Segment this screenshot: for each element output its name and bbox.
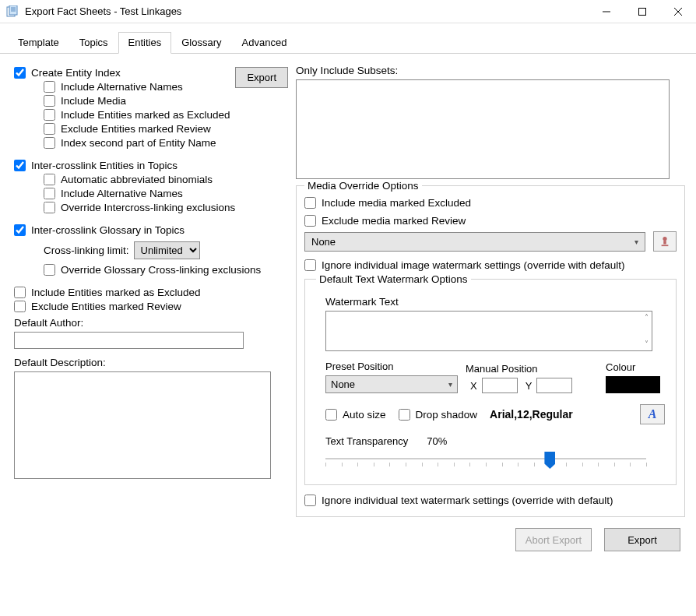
default-author-label: Default Author: (14, 317, 293, 329)
include-alt-names-label: Include Alternative Names (61, 81, 183, 93)
intercross-glossary-label: Inter-crosslink Glossary in Topics (31, 224, 185, 236)
text-watermark-legend: Default Text Watermark Options (316, 273, 471, 285)
ignore-image-watermark-checkbox[interactable] (304, 259, 316, 271)
export-index-button[interactable]: Export (235, 67, 288, 88)
exclude-media-review-checkbox[interactable] (304, 215, 316, 227)
scroll-up-icon[interactable]: ˄ (326, 312, 652, 324)
override-glossary-excl-checkbox[interactable] (44, 264, 55, 276)
colour-swatch[interactable] (606, 376, 660, 393)
drop-shadow-label: Drop shadow (416, 409, 478, 421)
create-entity-index-label: Create Entity Index (31, 67, 121, 79)
preset-position-label: Preset Position (325, 361, 458, 372)
font-spec-label: Arial,12,Regular (490, 408, 573, 421)
auto-abbrev-binomials-label: Automatic abbreviated binomials (61, 174, 213, 185)
include-media-excluded-label: Include media marked Excluded (322, 197, 471, 209)
tab-advanced[interactable]: Advanced (232, 32, 297, 54)
export-button[interactable]: Export (604, 528, 680, 551)
tab-glossary[interactable]: Glossary (171, 32, 231, 54)
auto-size-checkbox[interactable] (325, 409, 337, 421)
svg-point-9 (663, 237, 666, 241)
media-override-group: Media Override Options Include media mar… (296, 185, 685, 517)
include-alt-names-2-checkbox[interactable] (44, 188, 55, 199)
auto-abbrev-binomials-checkbox[interactable] (44, 174, 55, 185)
abort-export-button: Abort Export (515, 528, 592, 551)
watermark-stamp-button[interactable] (653, 231, 677, 252)
exclude-review-entities-2-label: Exclude Entities marked Review (31, 301, 181, 312)
index-second-part-checkbox[interactable] (44, 137, 55, 149)
minimize-button[interactable] (589, 0, 624, 23)
maximize-button[interactable] (624, 0, 660, 23)
manual-position-label: Manual Position (466, 363, 572, 375)
chevron-down-icon: ▾ (634, 238, 638, 246)
include-media-label: Include Media (61, 95, 126, 107)
transparency-value: 70% (427, 435, 447, 447)
drop-shadow-checkbox[interactable] (399, 409, 410, 421)
intercross-entities-label: Inter-crosslink Entities in Topics (31, 160, 178, 171)
chevron-down-icon: ▾ (448, 380, 452, 389)
preset-position-value: None (331, 378, 355, 390)
watermark-text-input[interactable]: ˄ ˅ (325, 311, 652, 351)
exclude-review-entities-label: Exclude Entities marked Review (61, 123, 211, 135)
tab-strip: Template Topics Entities Glossary Advanc… (0, 23, 696, 54)
media-watermark-select-value: None (311, 236, 336, 248)
x-label: X (470, 380, 477, 392)
ignore-text-watermark-label: Ignore individual text watermark setting… (322, 495, 613, 506)
override-glossary-excl-label: Override Glossary Cross-linking exclusio… (61, 264, 261, 276)
media-override-legend: Media Override Options (304, 180, 422, 192)
tab-template[interactable]: Template (8, 32, 69, 54)
font-picker-button[interactable]: A (640, 404, 665, 424)
include-media-checkbox[interactable] (44, 95, 55, 107)
y-label: Y (526, 380, 533, 392)
title-bar: Export Fact Sheets - Test Linkages (0, 0, 696, 23)
intercross-entities-checkbox[interactable] (14, 160, 26, 171)
ignore-text-watermark-checkbox[interactable] (304, 495, 316, 506)
include-alt-names-checkbox[interactable] (44, 81, 55, 93)
tab-topics[interactable]: Topics (69, 32, 118, 54)
intercross-glossary-checkbox[interactable] (14, 224, 26, 236)
include-excluded-entities-label: Include Entities marked as Excluded (61, 109, 230, 121)
svg-rect-1 (9, 5, 17, 15)
exclude-media-review-label: Exclude media marked Review (322, 215, 466, 227)
auto-size-label: Auto size (343, 409, 386, 421)
exclude-review-entities-checkbox[interactable] (44, 123, 55, 135)
preset-position-select[interactable]: None ▾ (325, 375, 458, 393)
create-entity-index-checkbox[interactable] (14, 67, 26, 79)
include-excluded-entities-checkbox[interactable] (44, 109, 55, 121)
ignore-image-watermark-label: Ignore individual image watermark settin… (322, 259, 624, 271)
include-excluded-entities-2-label: Include Entities marked as Excluded (31, 287, 201, 298)
default-desc-textarea[interactable] (14, 371, 271, 479)
watermark-text-label: Watermark Text (325, 296, 665, 308)
text-watermark-group: Default Text Watermark Options Watermark… (304, 279, 677, 485)
override-intercross-excl-checkbox[interactable] (44, 202, 55, 213)
include-alt-names-2-label: Include Alternative Names (61, 188, 183, 199)
y-input[interactable] (536, 378, 572, 393)
tab-entities[interactable]: Entities (118, 32, 172, 54)
window-title: Export Fact Sheets - Test Linkages (25, 5, 589, 17)
default-desc-label: Default Description: (14, 357, 293, 368)
exclude-review-entities-2-checkbox[interactable] (14, 301, 26, 312)
include-excluded-entities-2-checkbox[interactable] (14, 287, 26, 298)
app-icon (6, 5, 19, 18)
colour-label: Colour (606, 361, 660, 373)
svg-rect-6 (639, 8, 646, 15)
close-button[interactable] (660, 0, 696, 23)
scroll-down-icon[interactable]: ˅ (326, 338, 652, 350)
include-media-excluded-checkbox[interactable] (304, 197, 316, 209)
override-intercross-excl-label: Override Intercross-linking exclusions (61, 202, 235, 213)
x-input[interactable] (482, 378, 518, 393)
cross-link-limit-label: Cross-linking limit: (44, 245, 129, 256)
index-second-part-label: Index second part of Entity Name (61, 137, 216, 149)
only-subsets-label: Only Include Subsets: (296, 65, 685, 76)
only-subsets-listbox[interactable] (296, 79, 670, 179)
media-watermark-select[interactable]: None ▾ (304, 232, 645, 252)
default-author-input[interactable] (14, 332, 244, 349)
cross-link-limit-select[interactable]: Unlimited (134, 241, 200, 259)
transparency-label: Text Transparency (325, 435, 408, 447)
transparency-slider[interactable] (325, 452, 646, 473)
